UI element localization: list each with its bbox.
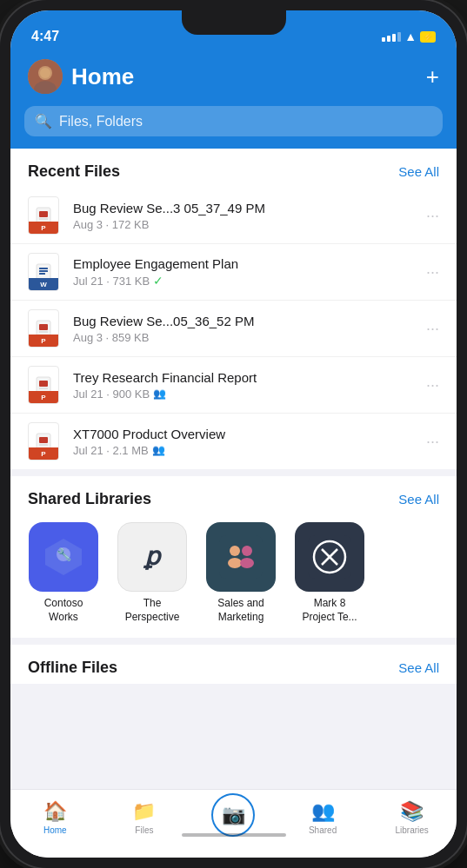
file-info: Employee Engagement Plan Jul 21 · 731 KB… (73, 256, 412, 288)
shared-icon: 👥 (153, 388, 166, 400)
screen: 4:47 ▲ ⚡ (10, 10, 457, 858)
svg-text:🔧: 🔧 (57, 547, 72, 562)
file-info: Bug Review Se...3 05_37_49 PM Aug 3 · 17… (73, 201, 412, 231)
library-item[interactable]: 🔧 ContosoWorks (24, 522, 103, 624)
camera-button[interactable]: 📷 (211, 793, 255, 837)
file-info: Bug Review Se...05_36_52 PM Aug 3 · 859 … (73, 314, 412, 344)
more-button[interactable]: ··· (423, 260, 443, 285)
file-item[interactable]: W Employee Engagement Plan Jul 21 · 731 … (10, 244, 457, 301)
more-button[interactable]: ··· (423, 373, 443, 398)
bottom-nav: 🏠 Home 📁 Files 📷 👥 Shared 📚 (10, 789, 457, 858)
more-button[interactable]: ··· (423, 203, 443, 229)
svg-rect-10 (39, 273, 45, 275)
file-doc-pptx: P (28, 196, 59, 235)
file-meta: Aug 3 · 859 KB (73, 331, 412, 344)
recent-files-see-all[interactable]: See All (398, 164, 439, 179)
svg-point-3 (40, 68, 50, 78)
file-name: Trey Research Financial Report (73, 370, 412, 386)
nav-label-files: Files (135, 825, 153, 835)
search-bar[interactable]: 🔍 Files, Folders (24, 106, 443, 136)
scrollable-content: Recent Files See All (10, 149, 457, 789)
svg-rect-9 (39, 270, 48, 272)
svg-rect-19 (39, 444, 48, 446)
file-icon-pptx3: P (24, 366, 63, 404)
file-item[interactable]: P Bug Review Se...3 05_37_49 PM Aug 3 · … (10, 188, 457, 244)
sales-icon (219, 535, 263, 579)
offline-files-title: Offline Files (28, 659, 117, 677)
nav-item-shared[interactable]: 👥 Shared (278, 797, 368, 840)
perspective-library-icon: ꝑ (117, 522, 187, 592)
file-icon-pptx4: P (24, 422, 63, 461)
offline-files-section: Offline Files See All (10, 645, 457, 684)
avatar-image (28, 59, 63, 94)
library-name: ThePerspective (125, 597, 180, 624)
avatar[interactable] (28, 59, 63, 94)
library-name: Sales andMarketing (217, 597, 264, 624)
file-icon-pptx: P (24, 196, 63, 235)
svg-rect-13 (39, 331, 48, 333)
nav-item-files[interactable]: 📁 Files (100, 797, 190, 840)
nav-item-libraries[interactable]: 📚 Libraries (367, 797, 457, 840)
recent-files-section: Recent Files See All (10, 149, 457, 469)
status-time: 4:47 (31, 29, 59, 44)
home-indicator (182, 833, 286, 837)
offline-files-see-all[interactable]: See All (398, 660, 439, 675)
home-icon: 🏠 (43, 800, 67, 823)
add-button[interactable]: + (426, 65, 439, 88)
mark-library-icon (295, 522, 364, 592)
shared-nav-icon: 👥 (311, 800, 335, 823)
avatar-svg (28, 59, 63, 94)
shared-libraries-title: Shared Libraries (28, 490, 151, 508)
svg-rect-18 (39, 437, 48, 443)
files-icon: 📁 (132, 800, 156, 823)
header-left: Home (28, 59, 134, 94)
signal-dot-4 (397, 32, 401, 42)
search-icon: 🔍 (35, 113, 52, 129)
shared-libraries-header: Shared Libraries See All (10, 476, 457, 515)
file-info: Trey Research Financial Report Jul 21 · … (73, 370, 412, 401)
file-meta: Jul 21 · 2.1 MB 👥 (73, 444, 412, 457)
search-input[interactable]: Files, Folders (59, 114, 143, 129)
mark-icon (308, 535, 351, 579)
file-item[interactable]: P Bug Review Se...05_36_52 PM Aug 3 · 85… (10, 301, 457, 357)
svg-rect-12 (39, 324, 48, 330)
more-button[interactable]: ··· (423, 429, 443, 454)
libraries-grid: 🔧 ContosoWorks ꝑ T (10, 515, 457, 638)
library-item[interactable]: ꝑ ThePerspective (113, 522, 191, 624)
library-name: ContosoWorks (44, 597, 83, 624)
file-item[interactable]: P Trey Research Financial Report Jul 21 … (10, 357, 457, 414)
shared-icon: 👥 (152, 444, 165, 456)
search-container: 🔍 Files, Folders (10, 106, 457, 149)
file-item[interactable]: P XT7000 Product Overview Jul 21 · 2.1 M… (10, 414, 457, 469)
file-icon-word: W (24, 253, 63, 291)
file-icon-pptx2: P (24, 309, 63, 348)
svg-point-26 (228, 558, 242, 568)
nav-item-home[interactable]: 🏠 Home (10, 797, 100, 840)
svg-rect-5 (39, 211, 48, 217)
file-meta: Jul 21 · 900 KB 👥 (73, 388, 412, 401)
library-item[interactable]: Mark 8Project Te... (290, 522, 369, 624)
svg-text:ꝑ: ꝑ (143, 543, 163, 570)
file-info: XT7000 Product Overview Jul 21 · 2.1 MB … (73, 427, 412, 457)
offline-files-header: Offline Files See All (10, 645, 457, 684)
nav-label-shared: Shared (309, 825, 337, 835)
signal-dot-1 (382, 37, 385, 42)
notch (182, 10, 286, 35)
sales-library-icon (206, 522, 276, 592)
recent-files-header: Recent Files See All (10, 149, 457, 188)
svg-rect-24 (219, 535, 263, 579)
signal-dot-2 (387, 36, 390, 42)
file-name: Employee Engagement Plan (73, 256, 412, 272)
signal-dot-3 (392, 34, 396, 42)
file-name: Bug Review Se...3 05_37_49 PM (73, 201, 412, 216)
battery-icon: ⚡ (420, 31, 436, 43)
shared-libraries-see-all[interactable]: See All (398, 492, 439, 507)
svg-rect-8 (39, 268, 48, 269)
file-doc-pptx: P (28, 309, 59, 348)
recent-files-title: Recent Files (28, 162, 120, 181)
library-name: Mark 8Project Te... (302, 597, 357, 624)
library-item[interactable]: Sales andMarketing (202, 522, 280, 624)
pptx-badge: P (29, 335, 58, 347)
svg-point-28 (240, 558, 254, 568)
more-button[interactable]: ··· (423, 316, 443, 341)
